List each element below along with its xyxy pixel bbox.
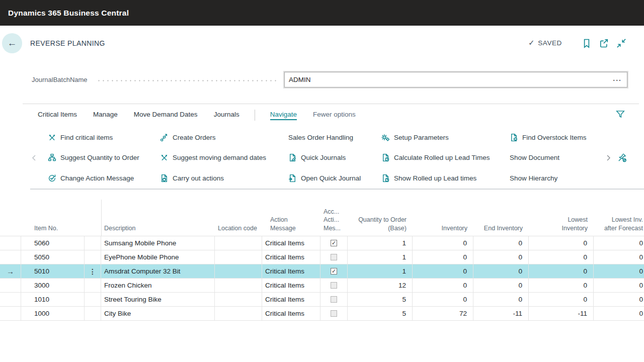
accept-action-message-checkbox[interactable] [331, 254, 337, 260]
cell-description[interactable]: City Bike [101, 307, 215, 321]
menu-tab-critical-items[interactable]: Critical Items [38, 111, 77, 120]
cell-item-no[interactable]: 1000 [21, 307, 85, 321]
cell-location-code[interactable] [215, 279, 262, 293]
cell-lowest-after[interactable]: 0 [594, 250, 644, 264]
cell-lowest-after[interactable]: 0 [594, 293, 644, 307]
accept-action-message-checkbox[interactable] [331, 310, 337, 317]
cell-qty[interactable]: 1 [348, 264, 413, 279]
cell-lowest-after[interactable]: 0 [594, 279, 644, 293]
accept-action-message-checkbox[interactable]: ✓ [331, 268, 337, 275]
cell-action-message[interactable]: Critical Items [262, 307, 320, 321]
cell-inventory[interactable]: 0 [413, 264, 473, 279]
menu-tab-fewer-options[interactable]: Fewer options [313, 111, 356, 120]
unpin-icon[interactable] [617, 152, 627, 162]
cell-qty[interactable]: 5 [348, 307, 413, 321]
ribbon-action-carry-out-actions[interactable]: Carry out actions [160, 168, 288, 189]
cell-lowest-after[interactable]: 0 [594, 236, 644, 250]
cell-end-inventory[interactable]: -11 [473, 307, 529, 321]
column-header-action-message[interactable]: ActionMessage [262, 190, 320, 236]
ribbon-action-sales-order-handling[interactable]: Sales Order Handling [288, 127, 381, 148]
cell-qty[interactable]: 12 [348, 279, 413, 293]
cell-description[interactable]: Frozen Chicken [101, 279, 215, 293]
filter-icon[interactable] [615, 109, 625, 119]
cell-item-no[interactable]: 5010 [21, 264, 85, 279]
cell-description[interactable]: Street Touring Bike [101, 293, 215, 307]
column-header-lowest-inventory[interactable]: LowestInventory [529, 190, 594, 236]
cell-inventory[interactable]: 0 [413, 236, 473, 250]
menu-tab-navigate[interactable]: Navigate [270, 111, 297, 120]
ribbon-scroll-left-chevron[interactable] [30, 154, 38, 162]
cell-lowest-after[interactable]: 0 [594, 264, 644, 279]
column-header-description[interactable]: Description [101, 190, 215, 236]
column-header-inventory[interactable]: Inventory [413, 190, 473, 236]
cell-end-inventory[interactable]: 0 [473, 279, 529, 293]
column-header-lowest-after[interactable]: Lowest Inv.after Forecast [594, 190, 644, 236]
menu-tab-journals[interactable]: Journals [214, 111, 239, 120]
table-row[interactable]: 3000Frozen ChickenCritical Items120000 [0, 279, 644, 293]
cell-description[interactable]: Sumsang Mobile Phone [101, 236, 215, 250]
cell-end-inventory[interactable]: 0 [473, 293, 529, 307]
cell-end-inventory[interactable]: 0 [473, 250, 529, 264]
cell-end-inventory[interactable]: 0 [473, 236, 529, 250]
cell-inventory[interactable]: 0 [413, 279, 473, 293]
cell-lowest-inventory[interactable]: 0 [529, 264, 594, 279]
journal-batch-name-input[interactable]: ADMIN ... [284, 72, 627, 87]
table-row[interactable]: 5050EyePhone Mobile PhoneCritical Items1… [0, 250, 644, 264]
ribbon-action-show-rolled-up-lead-times[interactable]: Show Rolled up Lead times [381, 168, 510, 189]
accept-action-message-checkbox[interactable]: ✓ [331, 240, 337, 246]
table-row[interactable]: 1010Street Touring BikeCritical Items500… [0, 293, 644, 307]
column-header-qty[interactable]: Quantity to Order(Base) [348, 190, 413, 236]
table-row[interactable]: →5010⋮Amsdrat Computer 32 BitCritical It… [0, 264, 644, 279]
cell-lowest-inventory[interactable]: 0 [529, 293, 594, 307]
cell-location-code[interactable] [215, 264, 262, 279]
ribbon-action-change-action-message[interactable]: Change Action Message [48, 168, 160, 189]
ribbon-action-quick-journals[interactable]: Quick Journals [288, 148, 381, 168]
column-header-accept[interactable]: Acc...Acti...Mes... [320, 190, 348, 236]
cell-item-no[interactable]: 5050 [21, 250, 85, 264]
cell-action-message[interactable]: Critical Items [262, 293, 320, 307]
ribbon-action-show-document[interactable]: Show Document [510, 148, 587, 168]
back-button[interactable]: ← [2, 33, 22, 53]
cell-description[interactable]: Amsdrat Computer 32 Bit [101, 264, 215, 279]
cell-location-code[interactable] [215, 293, 262, 307]
menu-tab-manage[interactable]: Manage [93, 111, 118, 120]
cell-qty[interactable]: 1 [348, 236, 413, 250]
cell-lowest-inventory[interactable]: 0 [529, 279, 594, 293]
app-title[interactable]: Dynamics 365 Business Central [8, 9, 129, 18]
bookmark-icon[interactable] [582, 38, 592, 48]
collapse-icon[interactable] [616, 38, 626, 48]
row-menu[interactable]: ⋮ [85, 264, 101, 279]
ribbon-action-open-quick-journal[interactable]: Open Quick Journal [288, 168, 381, 189]
table-row[interactable]: 5060Sumsang Mobile PhoneCritical Items✓1… [0, 236, 644, 250]
ribbon-action-suggest-quantity-to-order[interactable]: Suggest Quantity to Order [48, 148, 160, 168]
cell-action-message[interactable]: Critical Items [262, 236, 320, 250]
cell-lowest-after[interactable]: 0 [594, 307, 644, 321]
ribbon-scroll-right-chevron[interactable] [604, 154, 612, 162]
cell-action-message[interactable]: Critical Items [262, 250, 320, 264]
cell-lowest-inventory[interactable]: 0 [529, 236, 594, 250]
cell-qty[interactable]: 1 [348, 250, 413, 264]
ribbon-action-create-orders[interactable]: Create Orders [160, 127, 288, 148]
column-header-end-inventory[interactable]: End Inventory [473, 190, 529, 236]
ribbon-action-find-critical-items[interactable]: Find critical items [48, 127, 160, 148]
cell-qty[interactable]: 5 [348, 293, 413, 307]
cell-item-no[interactable]: 5060 [21, 236, 85, 250]
ribbon-action-suggest-moving-demand-dates[interactable]: Suggest moving demand dates [160, 148, 288, 168]
cell-item-no[interactable]: 1010 [21, 293, 85, 307]
cell-location-code[interactable] [215, 307, 262, 321]
cell-inventory[interactable]: 0 [413, 250, 473, 264]
ribbon-action-calculate-rolled-up-lead-times[interactable]: Calculate Rolled up Lead Times [381, 148, 510, 168]
open-in-new-window-icon[interactable] [599, 38, 609, 48]
cell-location-code[interactable] [215, 250, 262, 264]
accept-action-message-checkbox[interactable] [331, 282, 337, 289]
ribbon-action-setup-parameters[interactable]: Setup Parameters [381, 127, 510, 148]
assist-edit-button[interactable]: ... [613, 76, 622, 81]
table-row[interactable]: 1000City BikeCritical Items572-11-110 [0, 307, 644, 321]
cell-location-code[interactable] [215, 236, 262, 250]
row-more-options-icon[interactable]: ⋮ [89, 267, 96, 276]
cell-lowest-inventory[interactable]: -11 [529, 307, 594, 321]
cell-action-message[interactable]: Critical Items [262, 264, 320, 279]
menu-tab-move-demand-dates[interactable]: Move Demand Dates [134, 111, 198, 120]
ribbon-action-find-overstock-items[interactable]: Find Overstock Items [510, 127, 587, 148]
cell-action-message[interactable]: Critical Items [262, 279, 320, 293]
